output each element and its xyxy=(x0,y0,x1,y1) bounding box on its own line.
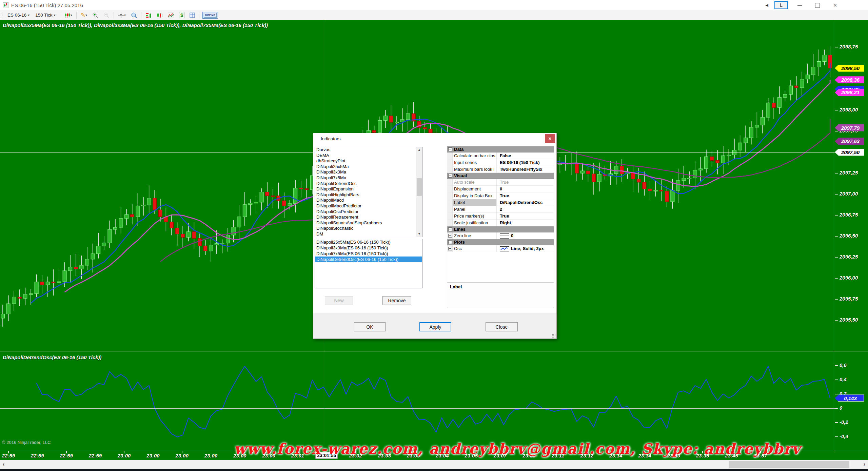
indicator-option-dinapolimacdpredictor[interactable]: DiNapoliMacdPredictor xyxy=(315,203,416,209)
cursor-mode-button[interactable]: ▾ xyxy=(117,12,127,19)
minimize-button[interactable] xyxy=(794,0,806,10)
h-scrollbar-thumb[interactable] xyxy=(729,461,849,468)
indicator-option-dinapolisquatsandstopgrabbers[interactable]: DiNapoliSquatsAndStopGrabbers xyxy=(315,220,416,226)
property-group-plots[interactable]: −Plots xyxy=(447,239,554,245)
panel-divider-line[interactable] xyxy=(0,351,868,351)
h-scrollbar[interactable]: ‹ › xyxy=(0,460,868,469)
indicator-option-dinapolidetrendosc[interactable]: DiNapoliDetrendOsc xyxy=(315,181,416,187)
collapse-icon[interactable]: − xyxy=(448,227,452,231)
instrument-selector[interactable]: ES 06-16▾ xyxy=(6,12,31,18)
indicators-button[interactable] xyxy=(167,12,175,19)
ok-button[interactable]: OK xyxy=(354,322,386,331)
indicator-option-dinapolioscpredictor[interactable]: DiNapoliOscPredictor xyxy=(315,209,416,215)
property-group-lines[interactable]: −Lines xyxy=(447,226,554,232)
disp-mo-button[interactable]: DISP MO xyxy=(202,12,218,19)
scroll-right-icon[interactable]: › xyxy=(864,461,865,467)
app-window: DiNapoli25x5Ma(ES 06-16 (150 Tick)), DiN… xyxy=(0,0,868,471)
remove-button[interactable]: Remove xyxy=(382,296,411,305)
property-row-displacement[interactable]: Displacement0 xyxy=(447,186,554,192)
expand-icon[interactable]: + xyxy=(448,247,452,250)
maximize-button[interactable] xyxy=(812,0,823,10)
indicator-option-dinapoliretracement[interactable]: DiNapoliRetracement xyxy=(315,214,416,220)
time-tick-label: 22:59 xyxy=(60,453,73,458)
strategies-button[interactable]: $ xyxy=(178,11,185,19)
expand-icon[interactable]: + xyxy=(448,234,452,238)
zoom-out-button[interactable] xyxy=(102,12,111,19)
grid-icon xyxy=(190,13,195,18)
property-row-osc[interactable]: +OscLine; Solid; 2px xyxy=(447,245,554,252)
indicator-option-dinapoli7x5ma[interactable]: DiNapoli7x5Ma xyxy=(315,175,416,181)
configured-indicator-list[interactable]: DiNapoli25x5Ma(ES 06-16 (150 Tick))DiNap… xyxy=(315,239,422,288)
data-series-button[interactable] xyxy=(156,12,164,19)
interval-selector[interactable]: 150 Tick▾ xyxy=(34,12,57,18)
scroll-left-icon[interactable]: ‹ xyxy=(3,461,4,467)
indicator-option-dinapolistochastic[interactable]: DiNapoliStochastic xyxy=(315,226,416,231)
indicator-option-dinapolihighlightbars[interactable]: DiNapoliHighlightBars xyxy=(315,192,416,198)
configured-indicator-3[interactable]: DiNapoliDetrendOsc(ES 06-16 (150 Tick)) xyxy=(315,257,422,262)
indicator-option-dinapoli25x5ma[interactable]: DiNapoli25x5Ma xyxy=(315,164,416,170)
configured-indicator-2[interactable]: DiNapoli7x5Ma(ES 06-16 (150 Tick)) xyxy=(315,251,422,257)
indicator-option-dinapoliexpansion[interactable]: DiNapoliExpansion xyxy=(315,186,416,192)
indicator-option-dinapoli3x3ma[interactable]: DiNapoli3x3Ma xyxy=(315,169,416,175)
property-row-auto-scale[interactable]: Auto scaleTrue xyxy=(447,179,554,186)
indicator-option-dhstrategyplot[interactable]: dhStrategyPlot xyxy=(315,158,416,164)
price-tick xyxy=(835,236,838,237)
list-scrollbar-thumb[interactable] xyxy=(417,178,422,196)
osc-tick-label: 0,4 xyxy=(840,376,847,382)
indicator-lines-icon xyxy=(168,13,174,18)
property-group-data[interactable]: −Data xyxy=(447,146,554,152)
collapse-icon[interactable]: − xyxy=(448,240,452,244)
property-row-price-marker-s[interactable]: Price marker(s)True xyxy=(447,213,554,220)
property-row-label[interactable]: LabelDiNapoliDetrendOsc xyxy=(447,199,554,206)
resize-grip[interactable] xyxy=(552,334,556,338)
time-tick-label: 23:00 xyxy=(204,453,217,458)
collapse-icon[interactable]: − xyxy=(448,147,452,151)
chevron-down-icon: ▾ xyxy=(28,13,29,17)
link-button[interactable]: L xyxy=(774,1,788,9)
scroll-down-icon[interactable]: ▼ xyxy=(416,231,422,237)
chart-style-button[interactable]: ▾ xyxy=(63,12,73,19)
caption-controls: ◀ L × xyxy=(766,0,841,10)
close-dialog-button[interactable]: Close xyxy=(486,322,518,331)
property-row-zero-line[interactable]: +Zero line0 xyxy=(447,232,554,239)
available-indicator-list[interactable]: DarvasDEMAdhStrategyPlotDiNapoli25x5MaDi… xyxy=(315,147,422,237)
property-group-visual[interactable]: −Visual xyxy=(447,173,554,179)
indicator-option-darvas[interactable]: Darvas xyxy=(315,147,416,153)
indicator-option-dema[interactable]: DEMA xyxy=(315,153,416,159)
zero-line-swatch-icon xyxy=(500,233,509,239)
property-row-panel[interactable]: Panel2 xyxy=(447,206,554,213)
collapse-icon[interactable]: − xyxy=(448,174,452,178)
price-tick xyxy=(835,173,838,173)
property-grid[interactable]: −DataCalculate on bar closFalseInput ser… xyxy=(447,146,554,282)
list-scrollbar[interactable]: ▲ ▼ xyxy=(416,147,422,237)
link-arrow-icon: ◀ xyxy=(766,3,768,7)
property-row-maximum-bars-look-l[interactable]: Maximum bars look lTwoHundredFiftySix xyxy=(447,166,554,173)
configured-indicator-0[interactable]: DiNapoli25x5Ma(ES 06-16 (150 Tick)) xyxy=(315,239,422,245)
property-row-display-in-data-box[interactable]: Display in Data BoxTrue xyxy=(447,192,554,199)
price-tick-label: 2097,00 xyxy=(840,191,858,197)
indicator-option-dinapolimacd[interactable]: DiNapoliMacd xyxy=(315,198,416,203)
dialog-close-button[interactable]: × xyxy=(545,134,555,143)
scroll-up-icon[interactable]: ▲ xyxy=(416,147,422,153)
apply-button[interactable]: Apply xyxy=(419,322,451,331)
property-row-calculate-on-bar-clos[interactable]: Calculate on bar closFalse xyxy=(447,152,554,159)
property-row-input-series[interactable]: Input seriesES 06-16 (150 Tick) xyxy=(447,159,554,166)
chart-trader-icon xyxy=(145,13,152,18)
new-button[interactable]: New xyxy=(325,296,353,305)
property-row-scale-justification[interactable]: Scale justificationRight xyxy=(447,220,554,226)
time-tick-label: 23:00 xyxy=(176,453,189,458)
price-marker-2097-50: 2097,50 xyxy=(835,149,864,156)
indicator-option-dm[interactable]: DM xyxy=(315,231,416,237)
zoom-in-button[interactable] xyxy=(91,12,99,19)
drawing-tools-button[interactable]: ✎▾ xyxy=(80,12,88,19)
close-icon: × xyxy=(549,136,552,141)
toolbar-grip[interactable] xyxy=(1,12,3,18)
close-button[interactable]: × xyxy=(829,0,841,10)
configured-indicator-1[interactable]: DiNapoli3x3Ma(ES 06-16 (150 Tick)) xyxy=(315,245,422,251)
chart-trader-button[interactable] xyxy=(144,12,153,19)
chevron-down-icon: ▾ xyxy=(124,13,126,17)
time-tick-label: 22:59 xyxy=(31,453,44,458)
properties-button[interactable] xyxy=(189,12,196,19)
data-box-button[interactable] xyxy=(130,12,138,19)
titlebar: ES 06-16 (150 Tick) 27.05.2016 ◀ L × xyxy=(0,0,868,10)
